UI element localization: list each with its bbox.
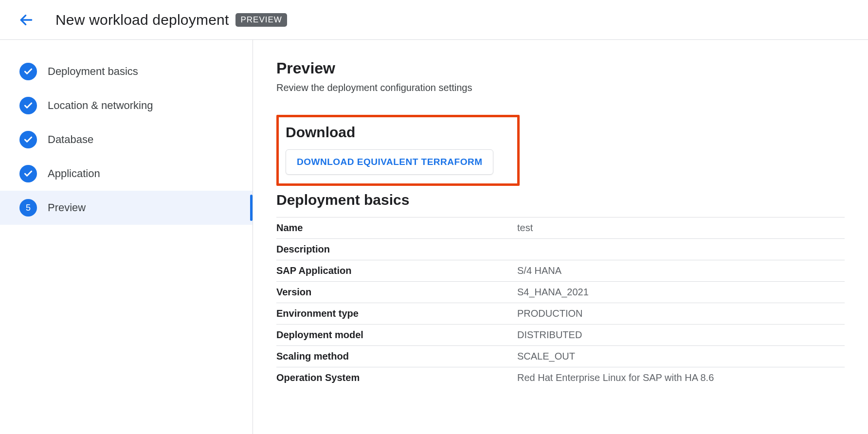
row-value: PRODUCTION [517, 303, 845, 325]
preview-subtitle: Review the deployment configuration sett… [276, 82, 845, 93]
step-deployment-basics[interactable]: Deployment basics [0, 54, 253, 89]
row-value [517, 239, 845, 260]
row-key: Description [276, 239, 517, 260]
row-value: S/4 HANA [517, 260, 845, 282]
page-title: New workload deployment [55, 12, 229, 28]
deployment-basics-table: NametestDescriptionSAP ApplicationS/4 HA… [276, 217, 845, 389]
download-title: Download [286, 124, 510, 141]
check-icon [19, 63, 37, 80]
row-key: Scaling method [276, 346, 517, 367]
check-icon [19, 165, 37, 182]
preview-title: Preview [276, 59, 845, 77]
table-row: Environment typePRODUCTION [276, 303, 845, 325]
row-key: Deployment model [276, 325, 517, 346]
row-key: Version [276, 282, 517, 303]
download-highlight-box: Download DOWNLOAD EQUIVALENT TERRAFORM [276, 115, 520, 186]
table-row: Deployment modelDISTRIBUTED [276, 325, 845, 346]
row-value: Red Hat Enterprise Linux for SAP with HA… [517, 367, 845, 389]
check-icon [19, 97, 37, 114]
step-label: Database [48, 133, 93, 146]
table-row: Operation SystemRed Hat Enterprise Linux… [276, 367, 845, 389]
step-label: Deployment basics [48, 65, 138, 78]
row-key: SAP Application [276, 260, 517, 282]
table-row: Nametest [276, 217, 845, 239]
step-label: Location & networking [48, 99, 153, 112]
arrow-left-icon [18, 12, 34, 28]
step-label: Preview [48, 201, 86, 214]
row-value: test [517, 217, 845, 239]
row-key: Operation System [276, 367, 517, 389]
deployment-basics-title: Deployment basics [276, 192, 845, 208]
row-value: S4_HANA_2021 [517, 282, 845, 303]
step-number-icon: 5 [19, 199, 37, 217]
check-icon [19, 131, 37, 148]
preview-badge: PREVIEW [235, 13, 287, 27]
row-value: SCALE_OUT [517, 346, 845, 367]
step-preview[interactable]: 5 Preview [0, 191, 253, 225]
download-terraform-button[interactable]: DOWNLOAD EQUIVALENT TERRAFORM [286, 149, 493, 175]
row-value: DISTRIBUTED [517, 325, 845, 346]
row-key: Environment type [276, 303, 517, 325]
table-row: Scaling methodSCALE_OUT [276, 346, 845, 367]
table-row: Description [276, 239, 845, 260]
back-button[interactable] [15, 8, 38, 32]
stepper-sidebar: Deployment basics Location & networking … [0, 40, 253, 434]
step-application[interactable]: Application [0, 157, 253, 191]
table-row: SAP ApplicationS/4 HANA [276, 260, 845, 282]
page-header: New workload deployment PREVIEW [0, 0, 868, 40]
step-location-networking[interactable]: Location & networking [0, 89, 253, 123]
main-content: Preview Review the deployment configurat… [253, 40, 868, 434]
table-row: VersionS4_HANA_2021 [276, 282, 845, 303]
step-database[interactable]: Database [0, 123, 253, 157]
step-label: Application [48, 167, 100, 180]
row-key: Name [276, 217, 517, 239]
